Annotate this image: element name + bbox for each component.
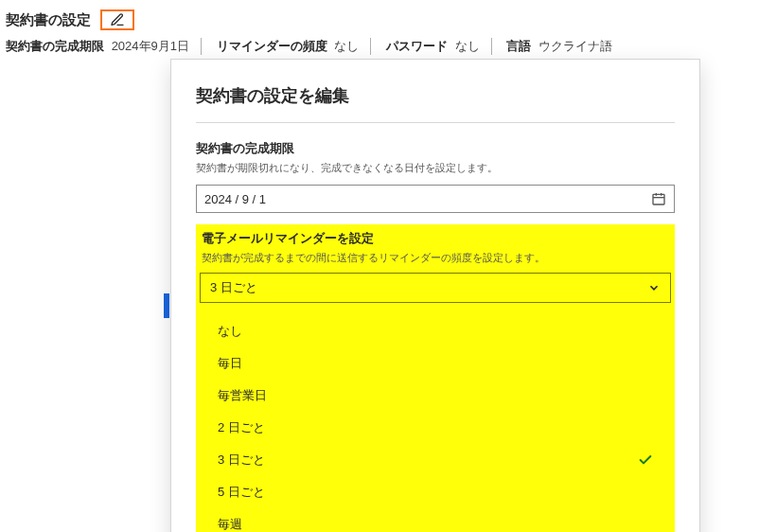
reminder-option-label: なし <box>218 323 242 340</box>
chevron-down-icon <box>647 281 661 294</box>
settings-summary-row: 契約書の完成期限 2024年9月1日 リマインダーの頻度 なし パスワード なし… <box>0 36 759 61</box>
reminder-option-label: 3 日ごと <box>218 452 265 469</box>
deadline-help: 契約書が期限切れになり、完成できなくなる日付を設定します。 <box>196 161 675 175</box>
deadline-section: 契約書の完成期限 契約書が期限切れになり、完成できなくなる日付を設定します。 2… <box>196 140 675 213</box>
reminder-option-label: 5 日ごと <box>218 484 265 501</box>
reminder-option[interactable]: 毎営業日 <box>204 380 666 412</box>
summary-language: 言語 ウクライナ語 <box>506 38 624 55</box>
reminder-selected-value: 3 日ごと <box>210 279 257 296</box>
deadline-date-value: 2024 / 9 / 1 <box>204 192 266 206</box>
summary-language-label: 言語 <box>506 39 531 53</box>
page-header: 契約書の設定 <box>0 0 759 36</box>
reminder-option-label: 2 日ごと <box>218 419 265 436</box>
modal-title: 契約書の設定を編集 <box>196 84 675 123</box>
edit-settings-button[interactable] <box>100 9 134 30</box>
reminder-option-label: 毎日 <box>218 355 242 372</box>
pencil-icon <box>110 12 125 27</box>
reminder-option[interactable]: 毎週 <box>204 508 666 532</box>
summary-deadline-label: 契約書の完成期限 <box>6 39 104 53</box>
summary-reminder-value: なし <box>334 39 359 53</box>
summary-deadline: 契約書の完成期限 2024年9月1日 <box>6 38 202 55</box>
reminder-section: 電子メールリマインダーを設定 契約書が完成するまでの間に送信するリマインダーの頻… <box>196 224 675 532</box>
summary-reminder-label: リマインダーの頻度 <box>217 39 327 53</box>
reminder-select[interactable]: 3 日ごと <box>200 273 671 303</box>
summary-language-value: ウクライナ語 <box>538 39 612 53</box>
svg-rect-0 <box>653 194 664 204</box>
reminder-label: 電子メールリマインダーを設定 <box>200 230 671 247</box>
deadline-label: 契約書の完成期限 <box>196 140 675 157</box>
summary-reminder: リマインダーの頻度 なし <box>217 38 372 55</box>
calendar-icon[interactable] <box>651 191 666 206</box>
reminder-help: 契約書が完成するまでの間に送信するリマインダーの頻度を設定します。 <box>200 251 671 265</box>
background-element <box>164 293 169 318</box>
page-title: 契約書の設定 <box>6 11 91 29</box>
reminder-option[interactable]: 毎日 <box>204 347 666 380</box>
summary-deadline-value: 2024年9月1日 <box>112 39 189 53</box>
reminder-option-label: 毎営業日 <box>218 387 267 404</box>
summary-password: パスワード なし <box>386 38 492 55</box>
reminder-dropdown: なし毎日毎営業日2 日ごと3 日ごと5 日ごと毎週 <box>200 309 671 532</box>
summary-password-value: なし <box>455 39 480 53</box>
reminder-option[interactable]: 2 日ごと <box>204 412 666 444</box>
reminder-option[interactable]: 3 日ごと <box>204 444 666 476</box>
reminder-option-label: 毎週 <box>218 516 242 532</box>
deadline-date-input[interactable]: 2024 / 9 / 1 <box>196 185 675 213</box>
reminder-option[interactable]: 5 日ごと <box>204 476 666 508</box>
summary-password-label: パスワード <box>386 39 448 53</box>
edit-settings-modal: 契約書の設定を編集 契約書の完成期限 契約書が期限切れになり、完成できなくなる日… <box>170 59 700 532</box>
check-icon <box>638 452 653 468</box>
reminder-option[interactable]: なし <box>204 315 666 347</box>
